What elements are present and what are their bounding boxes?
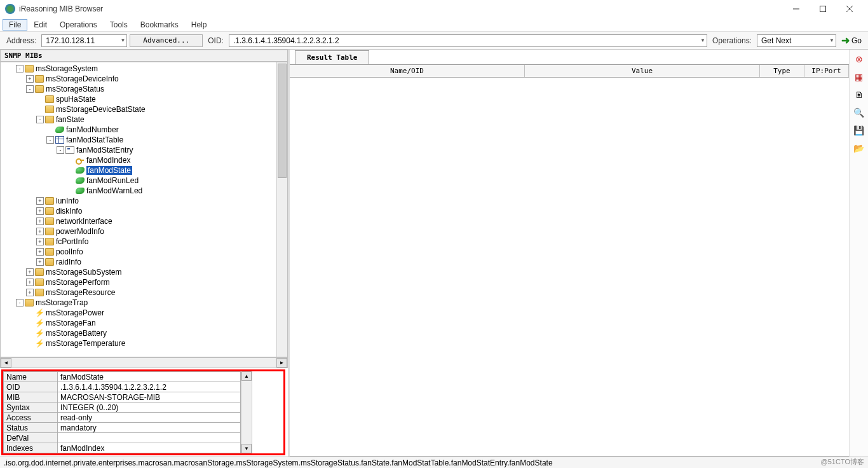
oid-combo[interactable]: .1.3.6.1.4.1.35904.1.2.2.3.2.1.2▼ [229, 34, 707, 47]
save-icon[interactable]: 💾 [853, 125, 865, 136]
expand-toggle[interactable]: - [46, 136, 54, 144]
expand-toggle [46, 126, 54, 134]
expand-toggle [26, 329, 34, 337]
expand-toggle[interactable]: + [26, 75, 34, 83]
menu-operations[interactable]: Operations [53, 19, 104, 31]
expand-toggle[interactable]: + [36, 207, 44, 215]
tree-node-fanModState[interactable]: fanModState [1, 165, 287, 176]
tree-label: spuHaState [56, 95, 96, 104]
tree-label: msStorageStatus [46, 85, 104, 93]
open-folder-icon[interactable]: 📂 [853, 142, 865, 154]
tree-node-fanState[interactable]: -fanState [1, 114, 287, 125]
menu-edit[interactable]: Edit [27, 19, 53, 31]
tree-node-fanModIndex[interactable]: fanModIndex [1, 155, 287, 165]
expand-toggle[interactable]: + [36, 217, 44, 225]
expand-toggle[interactable]: + [26, 279, 34, 286]
tree-node-fanModStatEntry[interactable]: -fanModStatEntry [1, 145, 287, 155]
close-button[interactable] [836, 0, 863, 18]
tree-node-spuHaState[interactable]: spuHaState [1, 94, 287, 104]
menu-file[interactable]: File [3, 19, 27, 31]
delete-icon[interactable]: ⊗ [853, 53, 865, 65]
tree-node-poolInfo[interactable]: +poolInfo [1, 247, 287, 257]
detail-value: fanModIndex [58, 443, 241, 453]
maximize-button[interactable] [810, 0, 836, 18]
col-ip-port[interactable]: IP:Port [804, 65, 849, 77]
bolt-icon: ⚡ [35, 319, 44, 327]
tree-node-msStorageTrap[interactable]: -msStorageTrap [1, 298, 287, 308]
table-icon [55, 136, 64, 144]
expand-toggle[interactable]: - [26, 85, 34, 93]
tree-node-msStorageStatus[interactable]: -msStorageStatus [1, 84, 287, 94]
detail-vscroll[interactable]: ▲▼ [241, 371, 252, 453]
tree-node-msStorageSystem[interactable]: -msStorageSystem [1, 64, 287, 74]
search-icon[interactable]: 🔍 [853, 107, 865, 118]
col-value[interactable]: Value [525, 65, 760, 77]
tree-node-fcPortInfo[interactable]: +fcPortInfo [1, 237, 287, 247]
folder-icon [45, 95, 54, 103]
tree-node-fanModRunLed[interactable]: fanModRunLed [1, 176, 287, 186]
folder-icon [45, 207, 54, 215]
detail-key: OID [4, 382, 58, 392]
tree-node-diskInfo[interactable]: +diskInfo [1, 206, 287, 216]
tree-node-msStorageBattery[interactable]: ⚡msStorageBattery [1, 328, 287, 338]
tree-vscroll[interactable] [276, 62, 287, 357]
menu-bookmarks[interactable]: Bookmarks [134, 19, 185, 31]
tree-node-msStorageDeviceInfo[interactable]: +msStorageDeviceInfo [1, 74, 287, 84]
result-tab[interactable]: Result Table [295, 50, 369, 64]
result-body[interactable] [290, 78, 849, 457]
tree-node-msStorageResource[interactable]: +msStorageResource [1, 287, 287, 298]
expand-toggle[interactable]: + [26, 268, 34, 276]
tree-label: msStorageResource [46, 288, 115, 297]
clear-table-icon[interactable]: ▦ [853, 71, 865, 83]
mib-tree[interactable]: -msStorageSystem+msStorageDeviceInfo-msS… [0, 62, 288, 357]
expand-toggle[interactable]: - [16, 65, 24, 72]
expand-toggle[interactable]: + [36, 258, 44, 266]
left-pane: SNMP MIBs -msStorageSystem+msStorageDevi… [0, 50, 290, 457]
tree-node-lunInfo[interactable]: +lunInfo [1, 196, 287, 206]
menu-tools[interactable]: Tools [104, 19, 134, 31]
tree-node-msStoragePerform[interactable]: +msStoragePerform [1, 277, 287, 287]
expand-toggle[interactable]: - [57, 146, 64, 154]
operations-combo[interactable]: Get Next▼ [757, 34, 836, 47]
address-combo[interactable]: 172.10.128.11▼ [41, 34, 127, 47]
bolt-icon: ⚡ [35, 329, 44, 338]
advanced-button[interactable]: Advanced... [130, 34, 203, 47]
col-type[interactable]: Type [760, 65, 804, 77]
titlebar: iReasoning MIB Browser [0, 0, 868, 18]
expand-toggle [67, 187, 74, 195]
tree-node-powerModInfo[interactable]: +powerModInfo [1, 226, 287, 237]
expand-toggle[interactable]: + [36, 197, 44, 205]
expand-toggle [26, 319, 34, 327]
minimize-button[interactable] [783, 0, 810, 18]
tree-node-networkInterface[interactable]: +networkInterface [1, 216, 287, 226]
tree-node-msStoragePower[interactable]: ⚡msStoragePower [1, 308, 287, 318]
expand-toggle[interactable]: + [26, 289, 34, 296]
tree-node-raidInfo[interactable]: +raidInfo [1, 257, 287, 267]
operations-label: Operations: [710, 36, 754, 45]
tree-node-fanModStatTable[interactable]: -fanModStatTable [1, 135, 287, 145]
tree-node-msStorageSubSystem[interactable]: +msStorageSubSystem [1, 267, 287, 277]
bolt-icon: ⚡ [35, 339, 44, 348]
tree-node-fanModNumber[interactable]: fanModNumber [1, 125, 287, 135]
expand-toggle[interactable]: + [36, 238, 44, 245]
tree-node-msStorageFan[interactable]: ⚡msStorageFan [1, 318, 287, 328]
oid-label: OID: [205, 36, 226, 45]
folder-icon [35, 279, 44, 286]
document-icon[interactable]: 🗎 [853, 89, 865, 100]
folder-icon [45, 197, 54, 205]
expand-toggle[interactable]: + [36, 228, 44, 235]
expand-toggle[interactable]: + [36, 248, 44, 256]
expand-toggle [36, 95, 44, 103]
tree-node-msStorageTemperature[interactable]: ⚡msStorageTemperature [1, 338, 287, 348]
col-name-oid[interactable]: Name/OID [290, 65, 525, 77]
tree-label: fanModIndex [86, 156, 130, 165]
tree-label: msStorageBattery [46, 329, 107, 338]
menu-help[interactable]: Help [185, 19, 214, 31]
tree-node-fanModWarnLed[interactable]: fanModWarnLed [1, 186, 287, 196]
folder-icon [45, 217, 54, 225]
expand-toggle[interactable]: - [16, 299, 24, 306]
go-button[interactable]: ➜Go [839, 34, 864, 47]
tree-hscroll[interactable]: ◄► [0, 357, 288, 368]
tree-node-msStorageDeviceBatState[interactable]: msStorageDeviceBatState [1, 104, 287, 114]
expand-toggle[interactable]: - [36, 116, 44, 123]
